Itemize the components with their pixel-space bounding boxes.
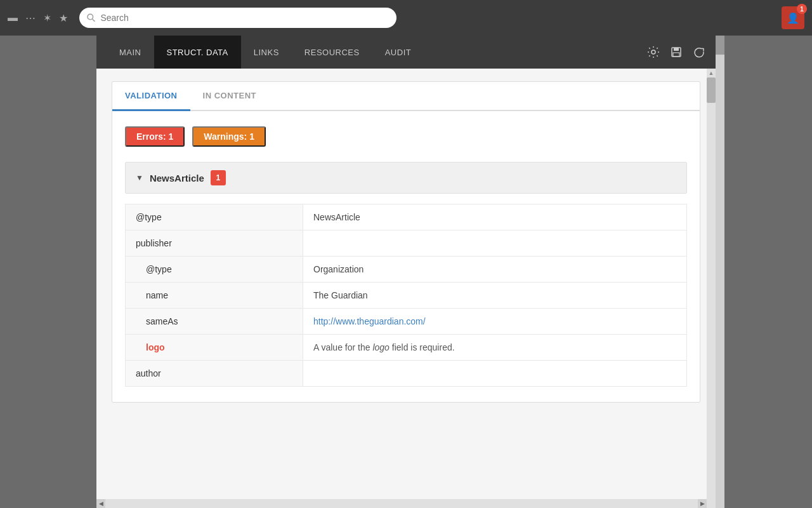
refresh-icon	[693, 46, 705, 58]
table-key-error: logo	[126, 335, 303, 361]
table-value[interactable]: http://www.theguardian.com/	[303, 309, 687, 335]
more-icon[interactable]: ⋯	[25, 12, 36, 24]
nav-tabs: MAIN STRUCT. DATA LINKS RESOURCES AUDIT	[107, 36, 647, 69]
table-key: publisher	[126, 231, 303, 257]
notification-icon: 👤	[787, 12, 799, 24]
scroll-left-arrow[interactable]: ◀	[96, 499, 105, 508]
scroll-right-arrow[interactable]: ▶	[698, 499, 707, 508]
schema-title: NewsArticle	[150, 173, 204, 184]
sidebar-scroll-thumb[interactable]	[716, 36, 724, 55]
data-table: @type NewsArticle publisher @type Organi…	[125, 204, 687, 387]
notification-badge: 1	[797, 4, 807, 14]
nav-actions	[647, 46, 705, 58]
warnings-badge[interactable]: Warnings: 1	[192, 126, 266, 147]
table-value: Organization	[303, 257, 687, 283]
shield-icon[interactable]: ✶	[43, 12, 51, 24]
table-row: @type Organization	[126, 257, 687, 283]
scroll-right[interactable]: ▲	[707, 69, 716, 508]
table-row: @type NewsArticle	[126, 204, 687, 231]
svg-point-0	[88, 14, 93, 20]
tab-struct-data[interactable]: STRUCT. DATA	[154, 36, 241, 69]
refresh-button[interactable]	[693, 46, 705, 58]
validation-content: Errors: 1 Warnings: 1 ▼ NewsArticle 1	[112, 111, 700, 402]
scroll-bottom[interactable]: ◀ ▶	[96, 499, 707, 508]
table-row: logo A value for the logo field is requi…	[126, 335, 687, 361]
schema-count: 1	[211, 170, 226, 185]
tab-resources[interactable]: RESOURCES	[292, 36, 372, 69]
table-value	[303, 231, 687, 257]
table-row: publisher	[126, 231, 687, 257]
table-key: sameAs	[126, 309, 303, 335]
table-key: @type	[126, 257, 303, 283]
svg-rect-5	[673, 53, 679, 57]
tabs-header: VALIDATION IN CONTENT	[112, 82, 700, 111]
main-window: MAIN STRUCT. DATA LINKS RESOURCES AUDIT	[96, 36, 716, 508]
table-value	[303, 361, 687, 387]
tab-main[interactable]: MAIN	[107, 36, 154, 69]
table-value: NewsArticle	[303, 204, 687, 231]
chevron-down-icon: ▼	[136, 173, 143, 182]
badges-row: Errors: 1 Warnings: 1	[125, 126, 687, 147]
table-key: name	[126, 283, 303, 309]
same-as-link[interactable]: http://www.theguardian.com/	[313, 316, 426, 326]
nav-bar: MAIN STRUCT. DATA LINKS RESOURCES AUDIT	[96, 36, 716, 69]
error-message: A value for the logo field is required.	[313, 342, 455, 352]
star-icon[interactable]: ★	[59, 12, 68, 24]
notification-button[interactable]: 👤 1	[782, 6, 804, 29]
table-row: sameAs http://www.theguardian.com/	[126, 309, 687, 335]
tab-audit[interactable]: AUDIT	[372, 36, 424, 69]
sidebar-scroll[interactable]	[716, 36, 724, 508]
browser-chrome: ▬ ⋯ ✶ ★ 👤 1	[0, 0, 812, 36]
svg-rect-4	[674, 48, 679, 51]
schema-header[interactable]: ▼ NewsArticle 1	[126, 163, 686, 193]
search-icon	[87, 13, 95, 22]
gear-icon	[647, 46, 660, 58]
table-row: name The Guardian	[126, 283, 687, 309]
tab-validation[interactable]: VALIDATION	[112, 82, 190, 111]
search-input[interactable]	[100, 13, 389, 23]
table-key: @type	[126, 204, 303, 231]
save-icon	[670, 46, 683, 58]
page-icon[interactable]: ▬	[8, 12, 18, 23]
svg-line-1	[93, 19, 95, 22]
search-bar[interactable]	[79, 8, 396, 28]
tab-links[interactable]: LINKS	[241, 36, 292, 69]
save-button[interactable]	[670, 46, 683, 58]
table-row: author	[126, 361, 687, 387]
schema-section: ▼ NewsArticle 1	[125, 162, 687, 194]
svg-point-2	[652, 50, 655, 54]
content-area: VALIDATION IN CONTENT Errors: 1 Warnings…	[96, 69, 716, 508]
table-value-error: A value for the logo field is required.	[303, 335, 687, 361]
tab-in-content[interactable]: IN CONTENT	[190, 82, 269, 111]
settings-button[interactable]	[647, 46, 660, 58]
tabs-panel: VALIDATION IN CONTENT Errors: 1 Warnings…	[112, 81, 700, 403]
errors-badge[interactable]: Errors: 1	[125, 126, 185, 147]
table-key: author	[126, 361, 303, 387]
table-value: The Guardian	[303, 283, 687, 309]
scrollbar-thumb[interactable]	[707, 77, 716, 103]
browser-nav-icons: ▬ ⋯ ✶ ★	[8, 12, 68, 24]
scroll-up-arrow[interactable]: ▲	[709, 70, 714, 76]
